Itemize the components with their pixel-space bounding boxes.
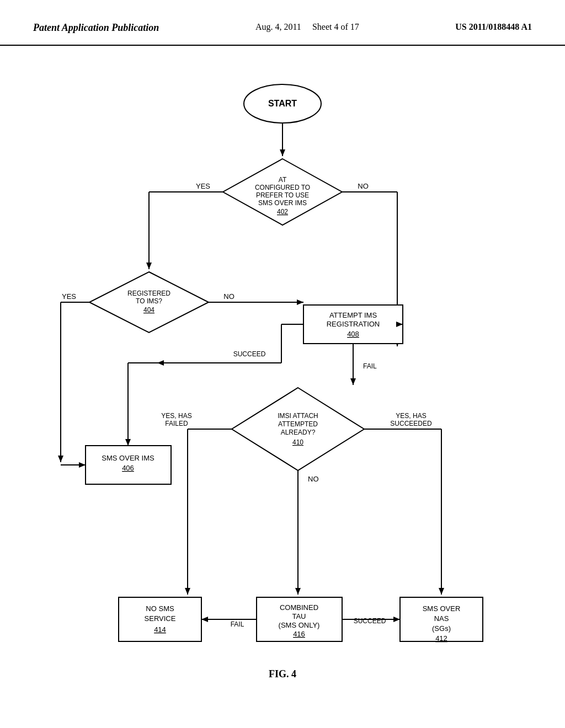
- page-header: Patent Application Publication Aug. 4, 2…: [0, 0, 565, 46]
- svg-text:SMS OVER IMS: SMS OVER IMS: [258, 199, 307, 207]
- svg-text:ATTEMPTED: ATTEMPTED: [278, 420, 318, 428]
- publication-title: Patent Application Publication: [33, 22, 159, 34]
- svg-text:SMS OVER: SMS OVER: [423, 604, 461, 613]
- svg-marker-13: [146, 263, 152, 269]
- svg-text:(SGs): (SGs): [432, 624, 451, 633]
- svg-text:START: START: [268, 99, 297, 108]
- svg-marker-27: [79, 462, 86, 468]
- svg-text:ATTEMPT IMS: ATTEMPT IMS: [329, 311, 377, 319]
- patent-number: US 2011/0188448 A1: [455, 22, 532, 32]
- svg-marker-41: [350, 378, 356, 385]
- svg-text:(SMS ONLY): (SMS ONLY): [279, 621, 320, 629]
- svg-marker-39: [157, 360, 164, 366]
- svg-text:408: 408: [347, 330, 359, 338]
- svg-marker-79: [201, 617, 208, 622]
- svg-marker-30: [297, 299, 303, 305]
- svg-text:YES: YES: [62, 292, 76, 301]
- svg-text:PREFER TO USE: PREFER TO USE: [256, 191, 309, 199]
- svg-text:SUCCEED: SUCCEED: [354, 617, 386, 625]
- svg-text:SUCCEED: SUCCEED: [233, 350, 266, 358]
- header-center: Aug. 4, 2011 Sheet 4 of 17: [255, 22, 359, 32]
- svg-text:416: 416: [293, 630, 305, 638]
- svg-text:CONFIGURED TO: CONFIGURED TO: [255, 184, 310, 191]
- publication-date: Aug. 4, 2011: [255, 22, 301, 31]
- svg-text:NO: NO: [223, 292, 234, 301]
- svg-text:YES: YES: [196, 182, 210, 190]
- figure-caption: FIG. 4: [269, 668, 296, 680]
- svg-text:SUCCEEDED: SUCCEEDED: [390, 420, 432, 427]
- svg-text:YES, HAS: YES, HAS: [161, 412, 191, 420]
- svg-text:IMSI ATTACH: IMSI ATTACH: [278, 412, 318, 420]
- svg-text:REGISTERED: REGISTERED: [127, 290, 170, 297]
- svg-text:TO IMS?: TO IMS?: [136, 297, 162, 305]
- svg-text:NAS: NAS: [434, 614, 449, 623]
- svg-text:410: 410: [292, 438, 303, 446]
- svg-text:402: 402: [277, 208, 288, 216]
- svg-text:SERVICE: SERVICE: [145, 614, 176, 623]
- svg-text:FAIL: FAIL: [363, 362, 377, 370]
- svg-text:NO: NO: [358, 182, 369, 190]
- svg-text:414: 414: [154, 625, 166, 634]
- svg-text:406: 406: [122, 464, 134, 472]
- svg-marker-87: [393, 617, 400, 622]
- svg-marker-92: [125, 439, 131, 446]
- svg-text:FAILED: FAILED: [165, 420, 188, 427]
- svg-text:SMS OVER IMS: SMS OVER IMS: [102, 454, 154, 462]
- svg-text:YES, HAS: YES, HAS: [396, 412, 426, 420]
- flowchart-svg: START AT CONFIGURED TO PREFER TO USE SMS…: [0, 46, 565, 697]
- svg-text:404: 404: [143, 306, 154, 314]
- svg-text:NO SMS: NO SMS: [146, 604, 174, 613]
- svg-text:NO: NO: [308, 475, 319, 483]
- svg-text:REGISTRATION: REGISTRATION: [327, 320, 380, 328]
- svg-marker-3: [280, 149, 285, 156]
- svg-marker-25: [58, 456, 63, 462]
- svg-text:AT: AT: [279, 176, 287, 184]
- svg-text:412: 412: [435, 634, 447, 643]
- svg-text:ALREADY?: ALREADY?: [281, 429, 316, 436]
- svg-text:TAU: TAU: [292, 612, 306, 620]
- svg-marker-67: [295, 588, 301, 595]
- diagram-area: START AT CONFIGURED TO PREFER TO USE SMS…: [0, 46, 565, 697]
- svg-marker-59: [185, 588, 190, 595]
- svg-text:FAIL: FAIL: [231, 620, 244, 628]
- svg-text:COMBINED: COMBINED: [280, 603, 318, 612]
- svg-marker-64: [439, 588, 444, 595]
- sheet-info: Sheet 4 of 17: [312, 22, 359, 31]
